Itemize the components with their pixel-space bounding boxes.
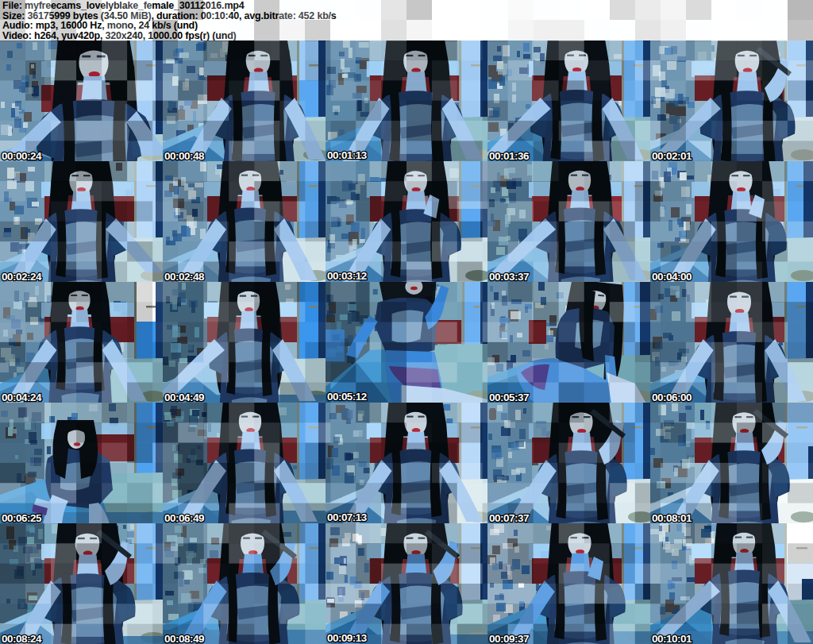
svg-text:00:07:13: 00:07:13 [327,511,367,523]
svg-text:00:04:24: 00:04:24 [2,391,42,403]
svg-text:00:03:37: 00:03:37 [489,271,529,283]
svg-text:00:01:13: 00:01:13 [327,149,367,161]
svg-text:00:08:01: 00:08:01 [652,512,692,524]
svg-text:00:02:48: 00:02:48 [164,271,205,283]
svg-text:00:08:24: 00:08:24 [2,633,42,644]
svg-text:00:03:12: 00:03:12 [327,270,367,282]
svg-text:00:09:13: 00:09:13 [327,632,367,644]
svg-text:00:09:37: 00:09:37 [489,633,529,644]
svg-text:00:00:24: 00:00:24 [2,150,42,162]
svg-text:00:07:37: 00:07:37 [489,512,529,524]
svg-text:00:10:01: 00:10:01 [652,633,692,644]
svg-text:00:06:49: 00:06:49 [164,512,204,524]
svg-text:00:02:01: 00:02:01 [652,150,692,162]
svg-text:00:05:37: 00:05:37 [489,391,529,403]
svg-text:00:05:12: 00:05:12 [327,391,367,403]
svg-text:00:04:49: 00:04:49 [164,391,204,403]
svg-text:00:06:25: 00:06:25 [2,512,42,524]
svg-text:00:02:24: 00:02:24 [2,271,42,283]
svg-text:00:01:36: 00:01:36 [489,150,530,162]
svg-text:00:04:00: 00:04:00 [652,271,692,283]
svg-text:00:00:48: 00:00:48 [164,150,205,162]
svg-text:00:06:00: 00:06:00 [652,391,692,403]
svg-text:00:08:49: 00:08:49 [164,633,204,644]
